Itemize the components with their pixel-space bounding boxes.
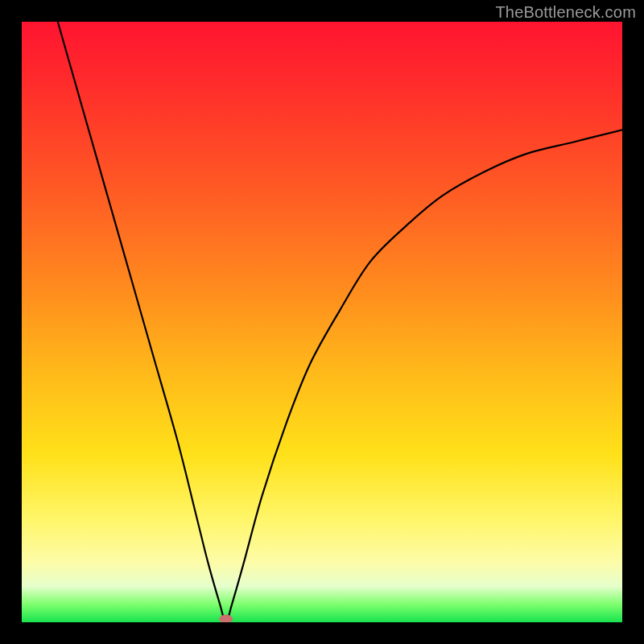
plot-area [22,22,622,622]
curve-svg [22,22,622,622]
chart-frame: TheBottleneck.com [0,0,644,644]
bottleneck-curve [58,22,622,622]
minimum-marker [220,615,233,622]
attribution-text: TheBottleneck.com [495,3,636,22]
